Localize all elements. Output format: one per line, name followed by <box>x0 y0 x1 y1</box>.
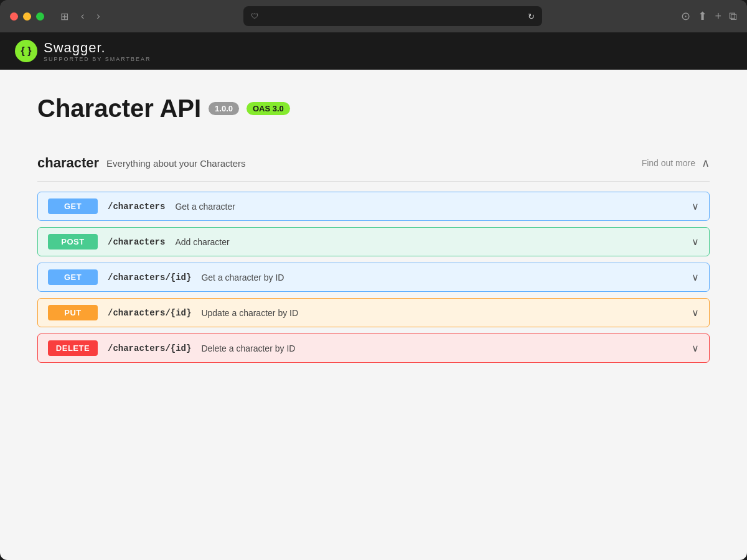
main-content: Character API 1.0.0 OAS 3.0 character Ev… <box>0 70 747 560</box>
swagger-logo-text: Swagger. Supported by SMARTBEAR <box>44 40 151 62</box>
endpoint-path: /characters/{id} <box>108 273 191 282</box>
endpoint-row[interactable]: GET/charactersGet a character∨ <box>37 192 710 221</box>
endpoint-row[interactable]: POST/charactersAdd character∨ <box>37 227 710 256</box>
api-title-section: Character API 1.0.0 OAS 3.0 <box>37 95 710 123</box>
endpoint-description: Add character <box>175 237 692 247</box>
section-name: character <box>37 155 99 171</box>
browser-controls: ⊞ ‹ › <box>57 8 104 25</box>
method-badge-put-3: PUT <box>48 305 98 320</box>
endpoint-path: /characters <box>108 202 165 212</box>
endpoint-path: /characters/{id} <box>108 308 191 318</box>
api-title: Character API 1.0.0 OAS 3.0 <box>37 95 710 123</box>
download-button[interactable]: ⊙ <box>681 9 690 23</box>
forward-button[interactable]: › <box>93 8 103 24</box>
new-tab-button[interactable]: + <box>715 10 721 23</box>
traffic-lights <box>10 12 44 21</box>
endpoint-chevron-icon[interactable]: ∨ <box>692 271 699 283</box>
browser-titlebar: ⊞ ‹ › 🛡 ↻ ⊙ ⬆ + ⧉ <box>0 0 747 32</box>
swagger-logo: { } Swagger. Supported by SMARTBEAR <box>15 40 151 62</box>
endpoint-description: Get a character by ID <box>201 273 692 282</box>
endpoint-chevron-icon[interactable]: ∨ <box>692 307 699 319</box>
shield-icon: 🛡 <box>251 12 258 21</box>
collapse-icon[interactable]: ∧ <box>702 156 710 170</box>
swagger-header: { } Swagger. Supported by SMARTBEAR <box>0 32 747 70</box>
method-badge-get-0: GET <box>48 198 98 214</box>
endpoint-description: Delete a character by ID <box>201 343 692 353</box>
swagger-icon: { } <box>15 40 37 62</box>
endpoint-chevron-icon[interactable]: ∨ <box>692 342 699 354</box>
minimize-button[interactable] <box>23 12 31 21</box>
endpoint-description: Get a character <box>175 202 692 212</box>
endpoint-path: /characters/{id} <box>108 343 191 353</box>
section-description: Everything about your Characters <box>106 158 245 169</box>
share-button[interactable]: ⬆ <box>698 9 707 23</box>
method-badge-delete-4: DELETE <box>48 340 98 356</box>
endpoint-row[interactable]: GET/characters/{id}Get a character by ID… <box>37 263 710 292</box>
section-right: Find out more ∧ <box>642 156 710 170</box>
endpoint-row[interactable]: PUT/characters/{id}Update a character by… <box>37 298 710 327</box>
endpoints-list: GET/charactersGet a character∨POST/chara… <box>37 192 710 363</box>
address-bar[interactable]: 🛡 ↻ <box>243 6 542 26</box>
character-section: character Everything about your Characte… <box>37 147 710 363</box>
sidebar-toggle-button[interactable]: ⊞ <box>57 8 72 25</box>
section-header: character Everything about your Characte… <box>37 147 710 182</box>
method-badge-post-1: POST <box>48 234 98 250</box>
endpoint-chevron-icon[interactable]: ∨ <box>692 236 699 248</box>
address-bar-container: 🛡 ↻ <box>111 6 674 26</box>
back-button[interactable]: ‹ <box>77 8 88 24</box>
close-button[interactable] <box>10 12 18 21</box>
browser-actions: ⊙ ⬆ + ⧉ <box>681 9 737 23</box>
browser-window: ⊞ ‹ › 🛡 ↻ ⊙ ⬆ + ⧉ { } Swagger. Supported… <box>0 0 747 560</box>
reload-icon[interactable]: ↻ <box>528 12 535 21</box>
endpoint-chevron-icon[interactable]: ∨ <box>692 200 699 212</box>
swagger-subtitle: Supported by SMARTBEAR <box>44 56 151 62</box>
maximize-button[interactable] <box>36 12 44 21</box>
api-title-text: Character API <box>37 95 201 123</box>
endpoint-row[interactable]: DELETE/characters/{id}Delete a character… <box>37 334 710 363</box>
method-badge-get-2: GET <box>48 269 98 285</box>
endpoint-description: Update a character by ID <box>201 308 692 318</box>
tabs-button[interactable]: ⧉ <box>729 10 737 23</box>
version-badge: 1.0.0 <box>209 102 239 115</box>
find-out-more-link[interactable]: Find out more <box>642 158 695 168</box>
swagger-name: Swagger. <box>44 40 151 56</box>
endpoint-path: /characters <box>108 237 165 247</box>
oas-badge: OAS 3.0 <box>247 102 290 115</box>
